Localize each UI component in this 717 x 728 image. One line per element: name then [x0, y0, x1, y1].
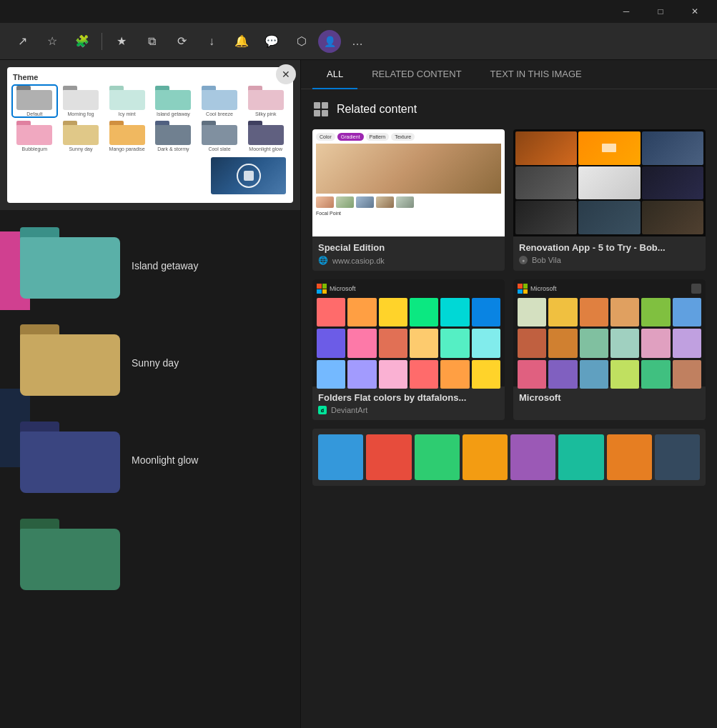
- theme-name-slate: Cool slate: [208, 146, 230, 151]
- swatch-r3c4: [410, 360, 438, 389]
- folder-list: Island getaway Sunny day Moonlight glow: [0, 210, 300, 728]
- card-microsoft[interactable]: Microsoft: [513, 279, 706, 420]
- browser-essentials-button[interactable]: ⬡: [288, 28, 315, 55]
- folder-body-sunny: [20, 334, 120, 396]
- more-settings-button[interactable]: …: [344, 28, 371, 55]
- card-source-folders: d DeviantArt: [318, 406, 499, 414]
- ms-logo-red: [317, 284, 322, 289]
- swatch-r3c1: [317, 360, 345, 389]
- swatch-r2c3: [379, 329, 407, 357]
- folder-item-island[interactable]: Island getaway: [6, 219, 295, 313]
- theme-dark-stormy[interactable]: Dark & stormy: [152, 121, 195, 151]
- profile-button[interactable]: 👤: [318, 30, 341, 53]
- reading-list-button[interactable]: ★: [108, 28, 135, 55]
- swatch-r1c6: [472, 298, 500, 326]
- bob-vila-icon: ●: [519, 256, 528, 264]
- card-folders-flat[interactable]: Microsoft: [312, 279, 505, 420]
- ms-swatches-mid: [518, 329, 701, 357]
- preset-5: [396, 196, 414, 208]
- card-info-folders: Folders Flat colors by dtafalons... d De…: [312, 387, 505, 420]
- card-title-special: Special Edition: [318, 242, 499, 253]
- minimize-button[interactable]: ─: [610, 0, 643, 23]
- theme-cool-slate[interactable]: Cool slate: [198, 121, 242, 151]
- tab-gradient: Gradient: [337, 133, 364, 141]
- reno-logo: [602, 144, 616, 152]
- camera-circle-icon: [237, 164, 261, 188]
- swatch-r2c6: [472, 329, 500, 357]
- preset-1: [316, 196, 334, 208]
- main-layout: Theme Default: [0, 60, 717, 728]
- close-preview-button[interactable]: ✕: [276, 64, 296, 84]
- tab-all[interactable]: ALL: [312, 60, 357, 89]
- folder-body: [155, 90, 191, 110]
- tab-color: Color: [316, 133, 335, 141]
- folder-label-island: Island getaway: [132, 260, 198, 271]
- ms-sw-8: [548, 329, 577, 357]
- theme-name-moon: Moonlight glow: [249, 146, 282, 151]
- swatch-r3c5: [440, 360, 469, 389]
- history-button[interactable]: ⟳: [168, 28, 195, 55]
- notifications-button[interactable]: 🔔: [228, 28, 255, 55]
- ms-card-label: Microsoft: [530, 285, 557, 292]
- folder-body-moon: [20, 432, 120, 493]
- theme-morning-fog[interactable]: Morning fog: [59, 86, 103, 116]
- theme-bubblegum[interactable]: Bubblegum: [13, 121, 56, 151]
- card-bottom-swatches[interactable]: [312, 429, 706, 486]
- folder-item-sunny[interactable]: Sunny day: [6, 316, 295, 410]
- favorite-button[interactable]: ☆: [39, 28, 66, 55]
- big-folder-moonlight: [20, 422, 120, 493]
- content-grid: Color Gradient Pattern Texture: [312, 129, 706, 486]
- collections-button[interactable]: ⧉: [138, 28, 165, 55]
- maximize-button[interactable]: □: [644, 0, 677, 23]
- folder-body: [109, 90, 145, 110]
- tab-related[interactable]: RELATED CONTENT: [357, 60, 475, 89]
- ms-swatches-top: [518, 298, 701, 326]
- card-special-edition[interactable]: Color Gradient Pattern Texture: [312, 129, 505, 271]
- theme-folder-slate: [202, 121, 237, 145]
- theme-name-cool: Cool breeze: [206, 111, 233, 116]
- folder-item-green[interactable]: [6, 510, 295, 604]
- extensions-button[interactable]: 🧩: [69, 28, 96, 55]
- theme-folder-icy: [109, 86, 145, 110]
- feedback-button[interactable]: 💬: [258, 28, 285, 55]
- swatch-r1c5: [440, 298, 469, 326]
- content-area: Related content Color Gradient Pattern T…: [301, 89, 717, 728]
- share-button[interactable]: ↗: [9, 28, 36, 55]
- ms-card-header: Microsoft: [518, 284, 701, 294]
- related-content-icon: [312, 101, 330, 118]
- reno-img-1: [515, 131, 577, 165]
- downloads-button[interactable]: ↓: [198, 28, 225, 55]
- folder-body: [202, 125, 237, 145]
- card-img-microsoft: Microsoft: [513, 279, 706, 387]
- big-folder-green: [20, 519, 120, 590]
- ms-sw-13: [518, 360, 546, 389]
- theme-silky-pink[interactable]: Silky pink: [244, 86, 287, 116]
- theme-grid-row2: Bubblegum Sunny day: [13, 121, 287, 151]
- ms-logo-yellow: [322, 289, 327, 294]
- tab-text[interactable]: TEXT IN THIS IMAGE: [476, 60, 596, 89]
- theme-island-getaway[interactable]: Island getaway: [152, 86, 195, 116]
- card-renovation[interactable]: Renovation App - 5 to Try - Bob... ● Bob…: [513, 129, 706, 271]
- close-button[interactable]: ✕: [678, 0, 711, 23]
- ms-sw-4: [610, 298, 639, 326]
- theme-default[interactable]: Default: [13, 86, 56, 116]
- theme-sunny-day[interactable]: Sunny day: [59, 121, 103, 151]
- reno-img-4: [515, 166, 577, 200]
- canva-mockup: Color Gradient Pattern Texture: [312, 129, 505, 236]
- folder-item-moonlight[interactable]: Moonlight glow: [6, 413, 295, 507]
- reno-img-6: [642, 166, 703, 200]
- ms-sw-2: [548, 298, 577, 326]
- bottom-swatch-4: [463, 434, 508, 480]
- theme-cool-breeze[interactable]: Cool breeze: [198, 86, 242, 116]
- preset-2: [336, 196, 354, 208]
- tabs-bar: ALL RELATED CONTENT TEXT IN THIS IMAGE: [301, 60, 717, 89]
- swatch-r1c4: [410, 298, 438, 326]
- reno-img-2: [578, 131, 640, 165]
- theme-mango[interactable]: Mango paradise: [105, 121, 149, 151]
- theme-icy-mint[interactable]: Icy mint: [105, 86, 149, 116]
- ms-sw-17: [641, 360, 670, 389]
- folder-body: [16, 125, 52, 145]
- swatch-r2c1: [317, 329, 345, 357]
- theme-moonlight[interactable]: Moonlight glow: [244, 121, 287, 151]
- theme-folder-cool: [202, 86, 237, 110]
